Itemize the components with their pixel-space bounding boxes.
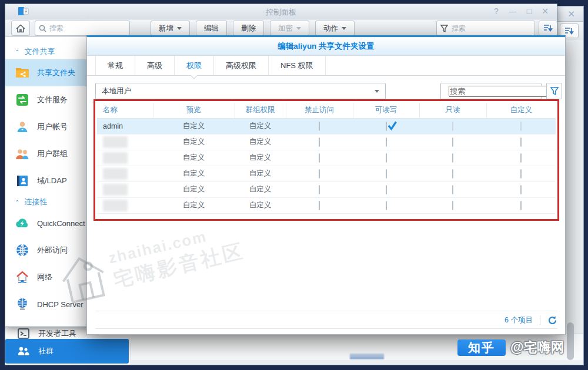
checkbox[interactable] [319,137,320,147]
cell-name [97,134,153,150]
sidebar-item-label: 社群 [38,346,54,356]
refresh-button[interactable] [547,315,557,325]
home-button[interactable] [11,21,30,36]
sort-icon [543,24,553,32]
checkbox[interactable] [386,169,387,179]
checkbox[interactable] [452,185,453,194]
column-header[interactable]: 预览 [153,103,235,118]
sidebar-item-label: 开发者工具 [38,328,76,339]
scrollbar-thumb[interactable] [567,322,574,360]
checkbox[interactable] [452,137,453,147]
cell-permission-value: 自定义 [235,197,286,213]
checkbox[interactable] [452,169,453,179]
window-title: 控制面板 [5,7,557,18]
column-header[interactable]: 自定义 [486,103,556,118]
checkbox[interactable] [319,201,320,210]
checkbox[interactable] [520,169,522,179]
tab-高级[interactable]: 高级 [135,56,175,75]
toolbar-search[interactable] [35,21,130,36]
funnel-icon [440,25,448,32]
toolbar-button-label: 新增 [159,23,173,33]
checkbox[interactable] [386,137,387,147]
toolbar-button-3[interactable]: 删除 [233,21,264,36]
tab-高级权限[interactable]: 高级权限 [214,56,269,75]
checkbox[interactable] [520,137,522,147]
screen: ✕ 开发者工具 社群 [0,0,588,370]
cell-permission-value: 自定义 [235,150,286,166]
toolbar-buttons: 新增编辑删除加密动作 [151,21,355,36]
maximize-icon[interactable]: □ [527,6,532,16]
table-row[interactable]: 自定义自定义 [97,181,556,197]
checkbox[interactable] [386,185,387,194]
column-header[interactable]: 名称 [97,103,153,118]
toolbar-button-2[interactable]: 编辑 [196,21,227,36]
close-icon[interactable]: ✕ [542,6,549,16]
toolbar-filter-search[interactable] [436,21,535,36]
table-row[interactable]: 自定义自定义 [97,134,556,150]
edit-shared-folder-dialog: 编辑aliyun 共享文件夹设置 常规高级权限高级权限NFS 权限 本地用户 [86,35,566,335]
sidebar-item-label: 网络 [37,272,52,282]
blurred-link[interactable] [350,354,384,359]
tab-权限[interactable]: 权限 [175,56,214,75]
filter-search-input[interactable] [452,24,531,32]
cell-name: admin [97,118,153,134]
toolbar-button-1[interactable]: 新增 [151,21,190,36]
checkbox[interactable] [386,201,387,210]
dialog-search-input[interactable] [449,86,555,97]
checkbox[interactable] [319,153,320,163]
checkbox[interactable] [452,153,453,163]
cell-permission-value: 自定义 [153,150,235,166]
checkbox-checked[interactable] [386,122,387,131]
checkbox[interactable] [386,153,387,163]
column-header[interactable]: 只读 [419,103,486,118]
cell-checkbox [486,134,556,150]
user-group-icon [15,146,30,162]
dialog-filter-button[interactable] [546,83,562,99]
table-row[interactable]: admin自定义自定义 [97,118,556,134]
toolbar-button-label: 删除 [241,23,256,33]
cell-checkbox [419,181,486,197]
column-header[interactable]: 群组权限 [235,103,286,118]
sort-button[interactable] [539,21,557,36]
sidebar-item-label: QuickConnect [37,219,85,228]
sidebar-item-community[interactable]: 社群 [5,339,129,364]
checkbox[interactable] [520,201,522,210]
checkbox[interactable] [520,153,522,163]
toolbar-button-5[interactable]: 动作 [315,21,355,36]
column-header[interactable]: 可读写 [353,103,419,118]
background-close-button[interactable]: ✕ [567,9,575,19]
table-row[interactable]: 自定义自定义 [97,166,556,181]
user-type-dropdown[interactable]: 本地用户 [95,83,386,99]
table-row[interactable]: 自定义自定义 [97,150,556,166]
checkbox[interactable] [319,185,320,194]
cell-permission-value: 自定义 [153,181,235,197]
sidebar-item-label: 外部访问 [37,245,68,255]
toolbar-button-label: 动作 [323,23,338,33]
chevron-down-icon [342,27,346,30]
cell-checkbox [286,150,353,166]
checkbox[interactable] [319,122,320,131]
domain-ldap-icon [15,173,30,189]
dialog-search[interactable] [440,83,542,99]
cell-checkbox [286,134,353,150]
tab-NFS 权限[interactable]: NFS 权限 [269,56,326,75]
cell-checkbox [419,150,486,166]
help-icon[interactable]: ? [494,6,499,16]
chevron-up-icon: ⌃ [15,49,19,55]
sidebar-item-label: 用户群组 [37,149,68,159]
cell-name [97,166,153,181]
tab-常规[interactable]: 常规 [95,56,135,75]
footer-divider [95,311,557,311]
table-header-row: 名称预览群组权限禁止访问可读写只读自定义 [97,103,556,118]
sidebar-item-label: 用户帐号 [37,122,68,132]
minimize-icon[interactable]: — [509,6,517,16]
search-icon [39,25,46,32]
table-row[interactable]: 自定义自定义 [97,197,556,213]
checkbox[interactable] [319,169,320,179]
search-input[interactable] [49,24,126,32]
cell-checkbox [353,166,419,181]
tab-label: 高级 [147,60,162,71]
column-header[interactable]: 禁止访问 [286,103,353,118]
checkbox[interactable] [452,201,453,210]
checkbox[interactable] [520,185,522,194]
